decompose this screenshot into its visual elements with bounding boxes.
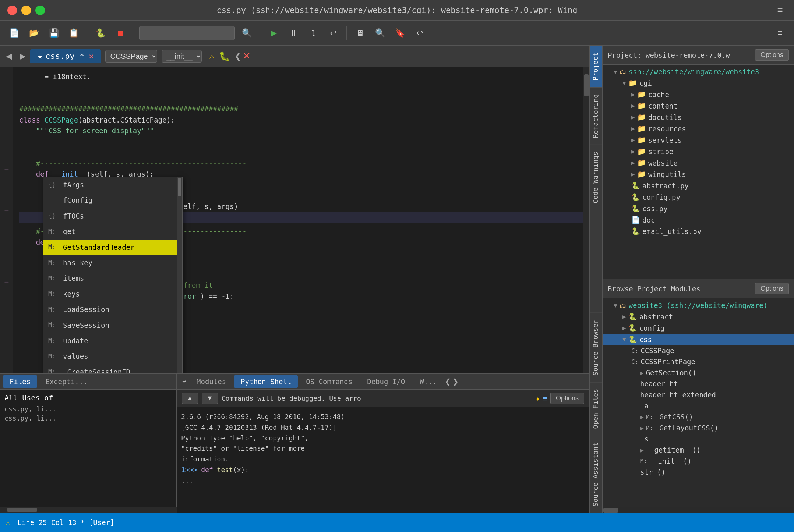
search-button[interactable]: 🔍 <box>239 25 255 41</box>
ac-item-values[interactable]: M: values <box>43 348 182 364</box>
sb-headerht[interactable]: header_ht <box>603 378 794 389</box>
ac-item-getstandardheader[interactable]: M: GetStandardHeader <box>43 240 182 255</box>
next-tab-button[interactable]: ▶ <box>17 50 29 63</box>
bottom-hscroll[interactable] <box>0 507 177 513</box>
close-button[interactable] <box>7 6 17 15</box>
scroll-left-button[interactable]: ❮ <box>234 52 241 61</box>
tree-content[interactable]: ▶ 📁 content <box>603 100 794 111</box>
debug-button[interactable]: ⏸ <box>285 25 301 41</box>
sb-init[interactable]: M: __init__() <box>603 455 794 467</box>
step-into-button[interactable]: ⤵ <box>305 25 321 41</box>
prev-tab-button[interactable]: ◀ <box>3 50 15 63</box>
python-button[interactable]: 🐍 <box>92 25 109 41</box>
tree-configpy[interactable]: 🐍 config.py <box>603 191 794 203</box>
tree-emailutils[interactable]: 🐍 email_utils.py <box>603 226 794 237</box>
close-editor-button[interactable]: ✕ <box>243 50 251 62</box>
open-file-button[interactable]: 📂 <box>26 25 42 41</box>
ac-item-haskey[interactable]: M: has_key <box>43 255 182 270</box>
open-files-vtab[interactable]: Open Files <box>590 382 602 435</box>
modules-tab[interactable]: Modules <box>190 375 233 388</box>
bookmark-button[interactable]: 🔖 <box>392 25 408 41</box>
sb-getcss[interactable]: ▶ M: _GetCSS() <box>603 411 794 422</box>
project-vtab[interactable]: Project <box>590 46 602 87</box>
w-tab[interactable]: W... <box>413 375 443 388</box>
tree-wingutils[interactable]: ▶ 📁 wingutils <box>603 169 794 180</box>
files-tab[interactable]: Files <box>3 375 37 388</box>
step-over-button[interactable]: ↩ <box>325 25 341 41</box>
panel-select[interactable] <box>180 377 187 386</box>
tree-doc[interactable]: 📄 doc <box>603 214 794 226</box>
exceptions-tab[interactable]: Excepti... <box>39 375 94 388</box>
run-button[interactable]: ▶ <box>265 25 282 41</box>
new-file-button[interactable]: 📄 <box>6 25 22 41</box>
sb-getitem[interactable]: ▶ __getitem__() <box>603 444 794 455</box>
ac-item-loadsession[interactable]: M: LoadSession <box>43 302 182 317</box>
autocomplete-dropdown[interactable]: {} fArgs fConfig {} fTOCs M: <box>43 177 183 373</box>
options-button[interactable]: Options <box>550 393 584 404</box>
ac-item-update[interactable]: M: update <box>43 333 182 348</box>
code-warnings-vtab[interactable]: Code Warnings <box>590 145 602 210</box>
terminal-down-btn[interactable]: ▼ <box>202 393 218 404</box>
tree-docutils[interactable]: ▶ 📁 docutils <box>603 111 794 123</box>
sb-root[interactable]: ▼ 🗂 website3 (ssh://website/wingware) <box>603 300 794 311</box>
debug-io-tab[interactable]: Debug I/O <box>360 375 412 388</box>
tab-close-icon[interactable]: ✕ <box>89 52 93 61</box>
terminal-right-btn[interactable]: ❯ <box>452 377 459 386</box>
tree-cache[interactable]: ▶ 📁 cache <box>603 89 794 100</box>
project-options-button[interactable]: Options <box>755 49 789 61</box>
tree-stripe[interactable]: ▶ 📁 stripe <box>603 146 794 157</box>
search-input[interactable] <box>139 26 235 40</box>
toolbar-menu-icon[interactable]: ≡ <box>772 25 788 41</box>
editor-scrollbar[interactable] <box>583 67 589 373</box>
ac-item-items[interactable]: M: items <box>43 270 182 286</box>
source-browser-vtab[interactable]: Source Browser <box>590 313 602 382</box>
ac-item-fargs[interactable]: {} fArgs <box>43 177 182 192</box>
method-dropdown[interactable]: __init__ <box>162 50 202 63</box>
sb-s[interactable]: _s <box>603 433 794 444</box>
code-editor[interactable]: — — — _ = i18ntext._ ###################… <box>0 67 589 373</box>
sb-cssprintpage[interactable]: C: CCSSPrintPage <box>603 356 794 367</box>
ac-item-createsessionid[interactable]: M: _CreateSessionID <box>43 364 182 373</box>
menu-icon[interactable]: ≡ <box>772 2 788 18</box>
terminal-left-btn[interactable]: ❮ <box>445 377 451 386</box>
monitor-button[interactable]: 🖥 <box>352 25 368 41</box>
tree-resources[interactable]: ▶ 📁 resources <box>603 123 794 134</box>
minimize-button[interactable] <box>21 6 31 15</box>
source-assistant-vtab[interactable]: Source Assistant <box>590 436 602 513</box>
sb-hscroll[interactable] <box>603 507 794 513</box>
zoom-button[interactable]: 🔍 <box>372 25 388 41</box>
sb-getlayoutcss[interactable]: ▶ M: _GetLayoutCSS() <box>603 422 794 433</box>
sb-config[interactable]: ▶ 🐍 config <box>603 322 794 334</box>
ac-item-savesession[interactable]: M: SaveSession <box>43 318 182 333</box>
python-shell-tab[interactable]: Python Shell <box>234 375 298 388</box>
ac-item-get[interactable]: M: get <box>43 224 182 239</box>
tree-abstractpy[interactable]: 🐍 abstract.py <box>603 180 794 191</box>
sb-abstract[interactable]: ▶ 🐍 abstract <box>603 311 794 322</box>
ac-item-fconfig[interactable]: fConfig <box>43 192 182 208</box>
os-commands-tab[interactable]: OS Commands <box>299 375 359 388</box>
tree-cgi[interactable]: ▼ 📁 cgi <box>603 77 794 89</box>
source-browser-options-button[interactable]: Options <box>755 283 789 294</box>
class-dropdown[interactable]: CCSSPage <box>105 50 157 63</box>
code-content[interactable]: _ = i18ntext._ #########################… <box>13 67 589 373</box>
tree-website[interactable]: ▶ 📁 website <box>603 157 794 169</box>
stop-button[interactable]: ⏹ <box>112 25 128 41</box>
active-tab[interactable]: ★ css.py * ✕ <box>30 49 101 63</box>
sb-str[interactable]: str_() <box>603 467 794 478</box>
maximize-button[interactable] <box>35 6 45 15</box>
back-button[interactable]: ↩ <box>412 25 428 41</box>
tree-csspy[interactable]: 🐍 css.py <box>603 203 794 214</box>
refactoring-vtab[interactable]: Refactoring <box>590 87 602 145</box>
sb-css[interactable]: ▼ 🐍 css <box>603 334 794 345</box>
sb-a[interactable]: _a <box>603 400 794 411</box>
sb-headerhtextended[interactable]: header_ht_extended <box>603 389 794 400</box>
ac-item-ftocs[interactable]: {} fTOCs <box>43 208 182 224</box>
sb-ccsspage[interactable]: C: CCSSPage <box>603 345 794 356</box>
diff-button[interactable]: 📋 <box>66 25 82 41</box>
project-root[interactable]: ▼ 🗂 ssh://website/wingware/website3 <box>603 66 794 77</box>
ac-item-keys[interactable]: M: keys <box>43 286 182 302</box>
terminal-up-btn[interactable]: ▲ <box>182 393 198 404</box>
sb-getsection[interactable]: ▶ GetSection() <box>603 367 794 378</box>
save-button[interactable]: 💾 <box>46 25 62 41</box>
terminal-content[interactable]: 2.6.6 (r266:84292, Aug 18 2016, 14:53:48… <box>177 407 589 513</box>
